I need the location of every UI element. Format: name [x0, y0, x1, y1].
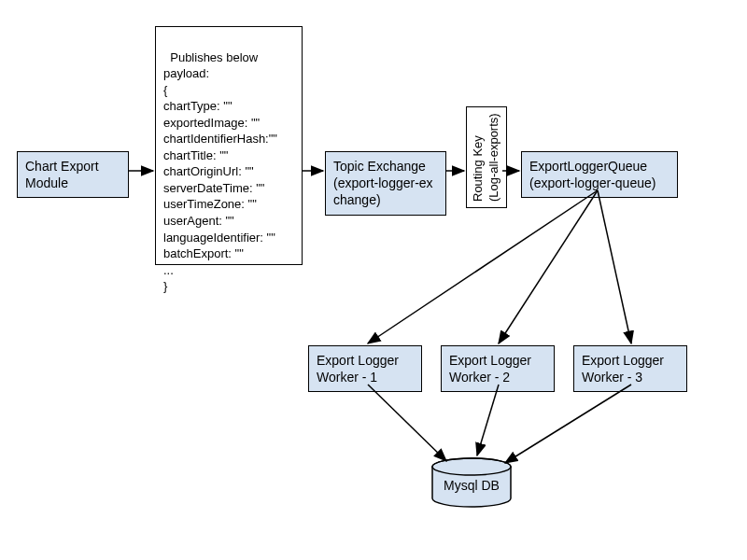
arrow-worker2-to-db: [477, 385, 499, 455]
routing-key-line1: Routing Key: [471, 135, 485, 202]
node-label: Export Logger Worker - 1: [317, 353, 399, 385]
export-logger-queue-node: ExportLoggerQueue (export-logger-queue): [521, 151, 678, 198]
arrow-worker3-to-db: [505, 385, 631, 463]
arrow-queue-to-worker3: [598, 190, 631, 343]
arrow-worker1-to-db: [368, 385, 446, 461]
node-label-line1: Topic Exchange: [333, 159, 426, 174]
node-label: Export Logger Worker - 2: [449, 353, 531, 385]
node-label-line1: ExportLoggerQueue: [529, 159, 647, 174]
chart-export-module-node: Chart Export Module: [17, 151, 129, 198]
payload-text: Publishes below payload: { chartType: ""…: [163, 50, 277, 294]
db-label: Mysql DB: [430, 478, 514, 493]
arrow-queue-to-worker2: [499, 190, 598, 343]
node-label: Chart Export Module: [25, 159, 99, 190]
routing-key-node: Routing Key (Log-all-exports): [466, 106, 507, 208]
arrows-layer: [0, 0, 747, 560]
node-label: Export Logger Worker - 3: [582, 353, 664, 385]
topic-exchange-node: Topic Exchange (export-logger-ex change): [325, 151, 446, 216]
node-label-line2: (export-logger-queue): [529, 175, 655, 190]
node-label-line2: (export-logger-ex change): [333, 175, 433, 207]
worker-3-node: Export Logger Worker - 3: [573, 345, 687, 392]
payload-box: Publishes below payload: { chartType: ""…: [155, 26, 303, 265]
mysql-db-node: Mysql DB: [430, 457, 514, 510]
routing-key-line2: (Log-all-exports): [486, 113, 500, 202]
worker-1-node: Export Logger Worker - 1: [308, 345, 422, 392]
worker-2-node: Export Logger Worker - 2: [441, 345, 555, 392]
